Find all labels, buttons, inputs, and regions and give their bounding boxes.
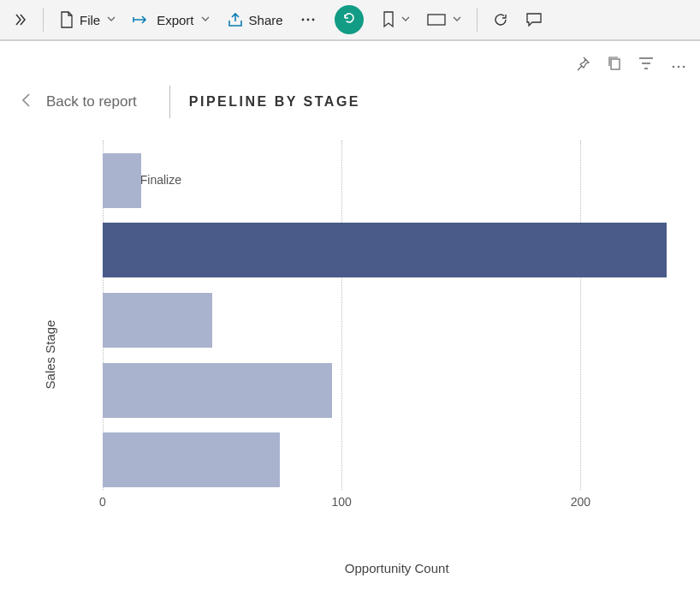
- export-label: Export: [157, 13, 193, 27]
- chevron-down-icon: [453, 15, 461, 25]
- restore-button[interactable]: [335, 5, 364, 34]
- bar[interactable]: [103, 432, 280, 487]
- chevron-down-icon: [401, 15, 410, 25]
- visual-header: [0, 41, 700, 79]
- chevron-down-icon: [201, 15, 210, 25]
- share-label: Share: [249, 13, 283, 27]
- svg-point-2: [311, 19, 314, 21]
- plot-region: 0100200FinalizeLeadProposalQualifySoluti…: [103, 140, 685, 509]
- more-icon[interactable]: [671, 57, 686, 73]
- gridline: [580, 140, 581, 490]
- svg-point-6: [678, 66, 680, 69]
- svg-point-5: [673, 66, 675, 69]
- bookmark-icon: [383, 11, 394, 28]
- bookmark-menu[interactable]: [376, 6, 417, 33]
- x-tick-label: 200: [571, 495, 590, 509]
- separator: [477, 8, 478, 32]
- chevron-left-icon: [21, 92, 33, 111]
- x-tick-label: 0: [99, 495, 106, 509]
- pin-icon[interactable]: [575, 56, 590, 74]
- back-label: Back to report: [46, 93, 137, 110]
- copy-icon[interactable]: [608, 56, 621, 74]
- view-icon: [427, 14, 446, 26]
- svg-point-7: [683, 66, 685, 69]
- comment-icon: [525, 12, 543, 27]
- file-label: File: [80, 13, 100, 27]
- x-axis-label: Opportunity Count: [345, 561, 449, 575]
- share-button[interactable]: Share: [220, 7, 290, 33]
- bar[interactable]: [103, 153, 141, 208]
- svg-point-1: [306, 19, 309, 21]
- view-menu[interactable]: [420, 9, 468, 31]
- y-axis-label: Sales Stage: [43, 320, 57, 390]
- expand-button[interactable]: [7, 8, 34, 32]
- file-menu[interactable]: File: [52, 6, 122, 33]
- chevron-double-right-icon: [14, 13, 27, 27]
- chart-area: Sales Stage Opportunity Count 0100200Fin…: [17, 132, 693, 577]
- refresh-button[interactable]: [486, 7, 515, 33]
- refresh-icon: [493, 12, 508, 27]
- share-icon: [227, 12, 244, 27]
- restore-icon: [341, 10, 357, 29]
- bar[interactable]: [103, 363, 332, 418]
- x-tick-label: 100: [331, 495, 351, 509]
- svg-rect-3: [428, 15, 445, 25]
- svg-point-0: [301, 19, 304, 21]
- chart-title: PIPELINE BY STAGE: [189, 94, 360, 110]
- svg-rect-4: [611, 59, 620, 69]
- app-toolbar: File Export Share: [0, 0, 700, 41]
- bar[interactable]: [103, 293, 212, 348]
- more-options-button[interactable]: [294, 12, 323, 27]
- ellipsis-icon: [300, 17, 316, 22]
- separator: [43, 8, 44, 32]
- comment-button[interactable]: [519, 7, 549, 33]
- title-row: Back to report PIPELINE BY STAGE: [0, 79, 700, 132]
- chevron-down-icon: [107, 15, 116, 25]
- export-menu[interactable]: Export: [126, 8, 216, 33]
- export-icon: [133, 13, 151, 27]
- bar[interactable]: [103, 223, 667, 277]
- file-icon: [59, 11, 74, 28]
- filter-icon[interactable]: [638, 57, 654, 74]
- back-to-report-button[interactable]: Back to report: [21, 92, 137, 111]
- separator: [169, 86, 170, 118]
- gridline: [341, 140, 342, 490]
